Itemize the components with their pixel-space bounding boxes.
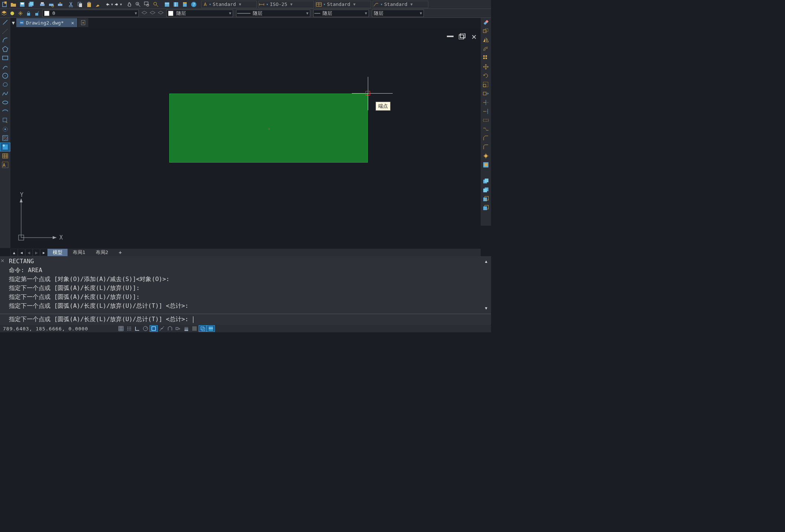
mleader-style-combo[interactable]: ▾ Standard ▼ bbox=[373, 1, 428, 8]
tab-menu-icon[interactable]: ▼ bbox=[10, 20, 16, 26]
new-file-icon[interactable] bbox=[0, 0, 9, 9]
layout-tab-layout1[interactable]: 布局1 bbox=[68, 249, 91, 256]
snap-grid-icon[interactable] bbox=[117, 325, 125, 332]
text-style-combo[interactable]: A▾ Standard ▼ bbox=[201, 1, 257, 8]
ellipse-tool-icon[interactable] bbox=[0, 98, 10, 107]
zoom-window-icon[interactable] bbox=[143, 0, 151, 9]
align-tool-icon[interactable] bbox=[481, 160, 491, 169]
minimize-icon[interactable] bbox=[446, 33, 455, 40]
print-icon[interactable] bbox=[38, 0, 47, 9]
stretch-tool-icon[interactable] bbox=[481, 89, 491, 98]
dynucs-icon[interactable] bbox=[166, 325, 174, 332]
tab-nav-last-icon[interactable]: ▶ bbox=[40, 249, 47, 256]
ellipsearc-tool-icon[interactable] bbox=[0, 107, 10, 116]
table-tool-icon[interactable] bbox=[0, 151, 10, 160]
quickprops-icon[interactable] bbox=[207, 325, 215, 332]
pan-icon[interactable] bbox=[125, 0, 134, 9]
ortho-icon[interactable] bbox=[133, 325, 141, 332]
layer-lock-icon[interactable] bbox=[24, 9, 33, 17]
rotate-tool-icon[interactable] bbox=[481, 71, 491, 80]
copy-icon[interactable] bbox=[76, 0, 85, 9]
grid-display-icon[interactable] bbox=[125, 325, 133, 332]
dim-style-combo[interactable]: ▾ ISO-25 ▼ bbox=[258, 1, 314, 8]
circle-tool-icon[interactable] bbox=[0, 71, 10, 80]
draworder-below-icon[interactable] bbox=[481, 203, 491, 212]
print-preview-icon[interactable] bbox=[47, 0, 56, 9]
scroll-down-icon[interactable]: ▾ bbox=[484, 304, 490, 311]
mirror-tool-icon[interactable] bbox=[481, 36, 491, 45]
cut-icon[interactable] bbox=[67, 0, 76, 9]
point-tool-icon[interactable] bbox=[0, 125, 10, 134]
polygon-tool-icon[interactable] bbox=[0, 45, 10, 53]
block-insert-icon[interactable] bbox=[0, 116, 10, 125]
command-input[interactable]: 指定下一个点或 [圆弧(A)/长度(L)/放弃(U)/总计(T)] <总计>: bbox=[0, 314, 491, 325]
help-icon[interactable]: ? bbox=[189, 0, 198, 9]
tab-nav-prev-icon[interactable]: ◁ bbox=[26, 249, 32, 256]
drawing-canvas[interactable]: ✕ + 端点 Y X bbox=[10, 27, 481, 248]
layout-tab-layout2[interactable]: 布局2 bbox=[91, 249, 114, 256]
explode-tool-icon[interactable] bbox=[481, 151, 491, 160]
layer-iso-icon[interactable] bbox=[157, 9, 165, 17]
selection-cycling-icon[interactable] bbox=[199, 325, 207, 332]
join-tool-icon[interactable] bbox=[481, 125, 491, 134]
save-icon[interactable] bbox=[18, 0, 27, 9]
transparency-icon[interactable] bbox=[190, 325, 199, 332]
offset-tool-icon[interactable] bbox=[481, 45, 491, 53]
scroll-up-icon[interactable]: ▴ bbox=[484, 258, 490, 265]
layer-combo[interactable]: 0 ▼ bbox=[42, 10, 139, 17]
paste-icon[interactable] bbox=[85, 0, 94, 9]
properties-icon[interactable] bbox=[163, 0, 171, 9]
close-tab-icon[interactable]: ✕ bbox=[71, 20, 74, 26]
line-tool-icon[interactable] bbox=[0, 18, 10, 27]
draworder-front-icon[interactable] bbox=[481, 177, 491, 186]
close-window-icon[interactable]: ✕ bbox=[470, 33, 478, 40]
osnap-icon[interactable] bbox=[150, 325, 158, 332]
redo-icon[interactable]: ▾ bbox=[114, 0, 122, 9]
layer-manager-icon[interactable] bbox=[0, 9, 8, 17]
polar-icon[interactable] bbox=[141, 325, 150, 332]
saveall-icon[interactable] bbox=[27, 0, 36, 9]
mtext-tool-icon[interactable]: A bbox=[0, 160, 10, 169]
move-tool-icon[interactable] bbox=[481, 62, 491, 71]
spline-tool-icon[interactable] bbox=[0, 89, 10, 98]
plotstyle-combo[interactable]: 随层 ▼ bbox=[372, 10, 424, 17]
layer-freeze-icon[interactable] bbox=[16, 9, 24, 17]
layout-tab-add[interactable]: + bbox=[114, 249, 127, 256]
matchprop-icon[interactable] bbox=[94, 0, 102, 9]
open-file-icon[interactable] bbox=[9, 0, 18, 9]
gradient-tool-icon[interactable] bbox=[0, 143, 10, 151]
table-style-combo[interactable]: ▾ Standard ▼ bbox=[315, 1, 371, 8]
revcloud-tool-icon[interactable] bbox=[0, 80, 10, 89]
break-tool-icon[interactable] bbox=[481, 116, 491, 125]
otrack-icon[interactable] bbox=[158, 325, 166, 332]
color-combo[interactable]: 随层 ▼ bbox=[166, 10, 233, 17]
hatch-tool-icon[interactable] bbox=[0, 134, 10, 143]
layer-unlock-icon[interactable] bbox=[33, 9, 41, 17]
arc-tool-icon[interactable] bbox=[0, 36, 10, 45]
layer-match-icon[interactable] bbox=[148, 9, 157, 17]
file-tab-drawing2[interactable]: DWG Drawing2.dwg* ✕ bbox=[16, 18, 77, 27]
toolpalette-icon[interactable] bbox=[180, 0, 189, 9]
extend-tool-icon[interactable] bbox=[481, 107, 491, 116]
publish-icon[interactable] bbox=[56, 0, 65, 9]
rectangle-tool-icon[interactable] bbox=[0, 53, 10, 62]
layout-tab-model[interactable]: 模型 bbox=[48, 249, 68, 256]
draworder-back-icon[interactable] bbox=[481, 186, 491, 195]
array-tool-icon[interactable] bbox=[481, 53, 491, 62]
xline-tool-icon[interactable] bbox=[0, 27, 10, 36]
dyninput-icon[interactable]: + bbox=[174, 325, 182, 332]
new-tab-button[interactable]: + bbox=[78, 18, 88, 27]
erase-tool-icon[interactable] bbox=[481, 18, 491, 27]
linetype-combo[interactable]: 随层 ▼ bbox=[236, 10, 310, 17]
layer-prev-icon[interactable] bbox=[140, 9, 148, 17]
lineweight-display-icon[interactable] bbox=[182, 325, 190, 332]
tab-nav-first-icon[interactable]: ◀ bbox=[18, 249, 25, 256]
copy-tool-icon[interactable] bbox=[481, 27, 491, 36]
restore-icon[interactable] bbox=[458, 33, 467, 40]
tab-nav-up-icon[interactable]: ▲ bbox=[11, 249, 17, 256]
tab-nav-next-icon[interactable]: ▷ bbox=[33, 249, 40, 256]
zoom-realtime-icon[interactable]: + bbox=[134, 0, 143, 9]
fillet-tool-icon[interactable] bbox=[481, 143, 491, 151]
draworder-above-icon[interactable] bbox=[481, 195, 491, 203]
command-close-icon[interactable]: ✕ bbox=[1, 257, 7, 263]
